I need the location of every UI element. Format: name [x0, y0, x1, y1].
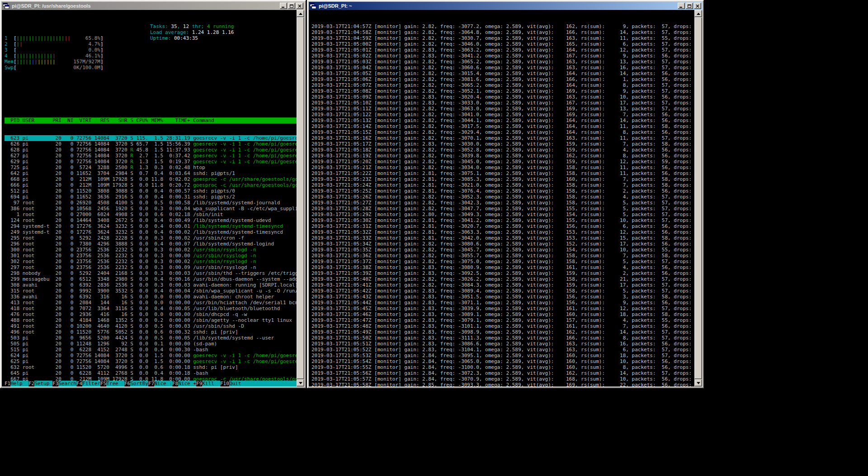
process-row[interactable]: 295 root 20 0 5292 2428 2228 S 0.0 0.3 0…	[5, 235, 297, 241]
log-line: 2019-03-17T21:05:13Z [monitor] gain: 2.8…	[311, 118, 694, 123]
process-row[interactable]: 124 root 20 0 14464 3408 2672 S 0.0 0.4 …	[5, 217, 297, 223]
log-line: 2019-03-17T21:05:30Z [monitor] gain: 2.8…	[311, 217, 694, 223]
minimize-button[interactable]	[678, 3, 685, 9]
fkey-kill[interactable]: F9Kill	[196, 381, 220, 386]
process-row[interactable]: 512 pi 20 0 11520 3808 3088 S 0.0 0.4 0:…	[5, 188, 297, 194]
process-row[interactable]: 249 systemd-t 20 0 17276 3624 3232 S 0.0…	[5, 229, 297, 235]
process-row[interactable]: 488 root 20 0 4184 1468 1352 S 0.0 0.2 0…	[5, 317, 297, 323]
process-row[interactable]: 625 pi 20 0 72756 14084 3720 S 0.0 1.5 0…	[5, 358, 297, 364]
scroll-down-button[interactable]	[297, 379, 304, 386]
left-window-titlebar[interactable]: pi@SDR_PI: /usr/share/goestools	[2, 2, 304, 10]
htop-meter: 4 [||||||||||||| 46.1%]	[5, 53, 297, 59]
log-line: 2019-03-17T21:05:44Z [monitor] gain: 2.8…	[311, 300, 694, 306]
log-line: 2019-03-17T21:05:26Z [monitor] gain: 2.8…	[311, 194, 694, 200]
close-button[interactable]	[694, 3, 701, 9]
process-row[interactable]: 645 pi 20 0 6228 4112 2768 S 0.0 0.4 0:0…	[5, 370, 297, 376]
process-row[interactable]: 515 pi 20 0 6228 4152 2748 S 0.0 0.4 0:0…	[5, 347, 297, 353]
process-row[interactable]: 300 root 20 0 23756 2536 2232 S 0.0 0.3 …	[5, 247, 297, 253]
process-row[interactable]: 629 pi 20 0 72756 14084 3720 R 1.3 1.5 0…	[5, 159, 297, 165]
left-terminal-window: pi@SDR_PI: /usr/share/goestools 1 [|||||…	[0, 0, 306, 388]
log-line: 2019-03-17T21:05:37Z [monitor] gain: 2.8…	[311, 259, 694, 264]
process-row[interactable]: 336 avahi 20 0 6392 316 16 S 0.0 0.0 0:0…	[5, 294, 297, 300]
htop-meter: Mem[||||||||||||| 157M/927M]	[5, 59, 297, 65]
process-row[interactable]: 97 root 20 0 26920 4508 4100 S 0.0 0.5 0…	[5, 200, 297, 206]
process-row[interactable]: 642 pi 20 0 11652 3704 2984 S 0.7 0.4 0:…	[5, 170, 297, 176]
fkey-setup[interactable]: F2Setup	[28, 381, 52, 386]
process-row[interactable]: 632 root 20 0 11520 5720 4996 S 0.0 0.6 …	[5, 364, 297, 370]
maximize-button[interactable]	[288, 3, 295, 9]
log-line: 2019-03-17T21:05:23Z [monitor] gain: 2.8…	[311, 176, 694, 182]
process-row[interactable]: 298 nobody 20 0 5292 2404 2168 S 0.0 0.3…	[5, 270, 297, 276]
fkey-quit[interactable]: F10Quit	[220, 381, 247, 386]
maximize-button[interactable]	[686, 3, 693, 9]
fkey-nice-[interactable]: F8Nice +	[172, 381, 196, 386]
minimize-icon	[282, 7, 284, 8]
process-row[interactable]: 627 pi 20 0 72756 14084 3720 R 2.7 1.5 0…	[5, 153, 297, 159]
right-window-titlebar[interactable]: pi@SDR_PI: ~	[309, 2, 702, 10]
left-scrollbar[interactable]	[297, 10, 304, 386]
process-row[interactable]: 666 pi 20 0 212M 109M 17928 S 0.0 11.8 0…	[5, 182, 297, 188]
process-row[interactable]: 299 messagebu 20 0 6512 3348 2980 S 0.0 …	[5, 276, 297, 282]
monitor-terminal[interactable]: 2019-03-17T21:04:57Z [monitor] gain: 2.8…	[309, 10, 694, 386]
right-scrollbar[interactable]	[694, 10, 702, 386]
process-row[interactable]: 503 pi 20 0 9656 5200 4424 S 0.0 0.5 0:0…	[5, 335, 297, 341]
fkey-tree[interactable]: F5Tree	[100, 381, 124, 386]
minimize-button[interactable]	[280, 3, 287, 9]
htop-meter: 2 [|| 4.7%]	[5, 41, 297, 47]
scroll-up-button[interactable]	[297, 10, 304, 17]
process-row[interactable]: 628 pi 20 0 72756 14084 3720 R 45.8 1.5 …	[5, 147, 297, 153]
scroll-down-button[interactable]	[694, 379, 702, 386]
process-row[interactable]: 505 pi 20 0 11248 1296 92 S 0.0 0.1 0:00…	[5, 341, 297, 347]
log-line: 2019-03-17T21:05:20Z [monitor] gain: 2.8…	[311, 159, 694, 165]
scroll-thumb[interactable]	[297, 17, 304, 379]
maximize-icon	[290, 5, 293, 8]
htop-info: Tasks: 35, 12 thr; 4 runningLoad average…	[150, 24, 234, 41]
log-line: 2019-03-17T21:05:00Z [monitor] gain: 2.8…	[311, 41, 694, 47]
close-button[interactable]	[296, 3, 303, 9]
process-row[interactable]: 668 pi 20 0 212M 109M 17928 S 0.0 11.8 0…	[5, 176, 297, 182]
log-line: 2019-03-17T21:04:59Z [monitor] gain: 2.8…	[311, 35, 694, 41]
process-row[interactable]: 725 pi 20 0 5724 3288 2500 R 1.3 0.3 0:0…	[5, 165, 297, 170]
fkey-sortby[interactable]: F6SortBy	[124, 381, 148, 386]
fkey-help[interactable]: F1Help	[5, 381, 28, 386]
scroll-up-button[interactable]	[694, 10, 702, 17]
log-line: 2019-03-17T21:05:56Z [monitor] gain: 2.8…	[311, 370, 694, 376]
process-row[interactable]: 302 root 20 0 23756 2536 2232 S 0.0 0.3 …	[5, 259, 297, 264]
process-row[interactable]: 301 root 20 0 23756 2536 2232 S 0.0 0.3 …	[5, 253, 297, 259]
log-line: 2019-03-17T21:05:19Z [monitor] gain: 2.8…	[311, 153, 694, 159]
process-row[interactable]: 496 root 20 0 11520 5776 5052 S 0.0 0.6 …	[5, 329, 297, 335]
scroll-thumb[interactable]	[694, 17, 702, 379]
process-row[interactable]: 315 root 20 0 9992 3900 3532 S 0.0 0.4 0…	[5, 288, 297, 294]
process-row[interactable]: 694 pi 20 0 11652 3636 2916 S 0.0 0.4 0:…	[5, 194, 297, 200]
htop-header-area: 1 [|||||||||||||||||| 65.8%]2 [|| 4.7%]3…	[5, 24, 297, 88]
process-row[interactable]: 491 root 20 0 10200 4640 4120 S 0.0 0.5 …	[5, 323, 297, 329]
htop-rows: 623 pi 20 0 72756 14084 3720 S 115. 1.5 …	[5, 135, 297, 386]
process-row[interactable]: 308 avahi 20 0 6392 2836 2536 S 0.0 0.3 …	[5, 282, 297, 288]
log-line: 2019-03-17T21:05:17Z [monitor] gain: 2.8…	[311, 141, 694, 147]
process-row[interactable]: 626 pi 20 0 72756 14084 3720 S 65.7 1.5 …	[5, 141, 297, 147]
process-row[interactable]: 296 root 20 0 7380 4296 3888 S 0.0 0.4 0…	[5, 241, 297, 247]
htop-header-row[interactable]: PID USER PRI NI VIRT RES SHR S CPU% MEM%…	[5, 118, 297, 123]
log-line: 2019-03-17T21:05:34Z [monitor] gain: 2.8…	[311, 241, 694, 247]
process-row[interactable]: 1 root 20 0 27000 6024 4908 S 0.0 0.6 0:…	[5, 212, 297, 217]
log-line: 2019-03-17T21:05:16Z [monitor] gain: 2.8…	[311, 135, 694, 141]
process-row[interactable]: 294 systemd-t 20 0 17276 3624 3232 S 0.0…	[5, 223, 297, 229]
log-line: 2019-03-17T21:05:01Z [monitor] gain: 2.8…	[311, 47, 694, 53]
log-line: 2019-03-17T21:05:46Z [monitor] gain: 2.8…	[311, 311, 694, 317]
fkey-nice-[interactable]: F7Nice -	[148, 381, 172, 386]
putty-icon	[310, 3, 316, 9]
process-row[interactable]: 386 root 20 0 10568 2456 1920 S 0.0 0.3 …	[5, 206, 297, 212]
fkey-search[interactable]: F3Search	[52, 381, 76, 386]
process-row[interactable]: 624 pi 20 0 72756 14084 3720 S 0.0 1.5 0…	[5, 353, 297, 358]
process-row[interactable]: 418 root 20 0 7072 3364 3116 S 0.0 0.4 0…	[5, 306, 297, 311]
process-row[interactable]: 413 root 20 0 2084 144 16 S 0.0 0.0 0:00…	[5, 300, 297, 306]
log-line: 2019-03-17T21:05:03Z [monitor] gain: 2.8…	[311, 59, 694, 65]
htop-terminal[interactable]: 1 [|||||||||||||||||| 65.8%]2 [|| 4.7%]3…	[2, 10, 297, 386]
process-row[interactable]: 297 root 20 0 23756 2536 2232 S 0.0 0.3 …	[5, 264, 297, 270]
process-row[interactable]: 623 pi 20 0 72756 14084 3720 S 115. 1.5 …	[5, 135, 297, 141]
process-row[interactable]: 476 root 20 0 2936 416 16 S 0.0 0.0 0:00…	[5, 311, 297, 317]
log-line: 2019-03-17T21:05:33Z [monitor] gain: 2.8…	[311, 235, 694, 241]
fkey-filter[interactable]: F4Filter	[76, 381, 100, 386]
log-line: 2019-03-17T21:05:53Z [monitor] gain: 2.8…	[311, 353, 694, 358]
arrow-up-icon	[697, 13, 700, 15]
